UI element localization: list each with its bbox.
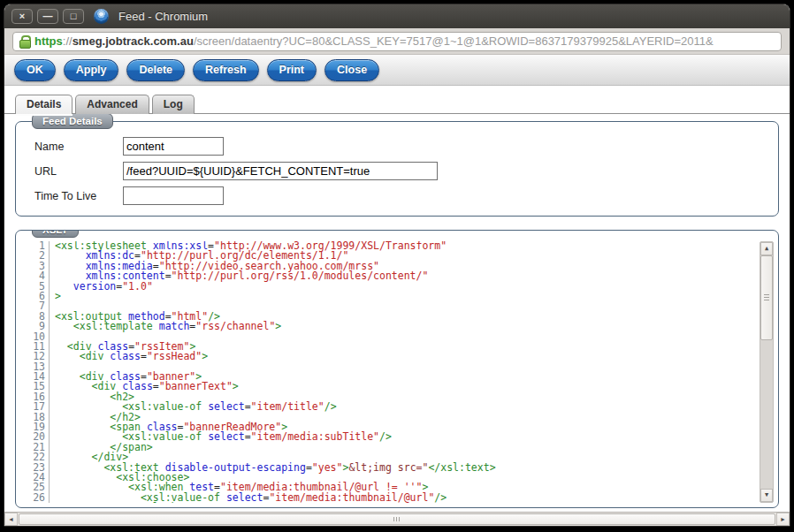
- details-panel: Feed Details Name URL Time To Live XSLT …: [4, 113, 790, 512]
- ttl-input[interactable]: [123, 186, 224, 205]
- minimize-icon[interactable]: —: [37, 9, 58, 24]
- page-horizontal-scrollbar[interactable]: ◄ ►: [4, 512, 790, 526]
- lock-icon: [19, 35, 29, 47]
- refresh-button[interactable]: Refresh: [193, 59, 259, 81]
- feed-details-fields: Name URL Time To Live: [34, 137, 764, 205]
- feed-details-legend: Feed Details: [32, 113, 113, 129]
- xslt-fieldset: XSLT 12345678910111213141516171819202122…: [15, 230, 779, 508]
- scroll-up-icon[interactable]: ▲: [760, 242, 773, 255]
- apply-button[interactable]: Apply: [64, 59, 119, 81]
- name-label: Name: [34, 141, 123, 153]
- editor-scroll-track[interactable]: [760, 255, 773, 489]
- ok-button[interactable]: OK: [14, 59, 56, 81]
- print-button[interactable]: Print: [267, 59, 317, 81]
- url-input[interactable]: [123, 162, 438, 180]
- url-host: smeg.jobtrack.com.au: [73, 34, 194, 48]
- tab-log[interactable]: Log: [152, 95, 195, 114]
- tab-advanced[interactable]: Advanced: [75, 95, 149, 114]
- code-line: <xsl:value-of select="item/media:subTitl…: [55, 432, 758, 442]
- xslt-editor[interactable]: 1234567891011121314151617181920212223242…: [23, 241, 774, 503]
- window-title: Feed - Chromium: [118, 10, 208, 23]
- code-line: </span>: [55, 443, 758, 452]
- code-line: xmlns:content="http://purl.org/rss/1.0/m…: [55, 271, 758, 281]
- browser-window: × — □ Feed - Chromium https :// smeg.job…: [4, 4, 790, 527]
- code-line: <xsl:value-of select="item/title"/>: [55, 402, 758, 412]
- feed-details-fieldset: Feed Details Name URL Time To Live: [15, 121, 779, 217]
- scroll-right-icon[interactable]: ►: [776, 513, 790, 526]
- maximize-icon[interactable]: □: [63, 9, 84, 24]
- url-label: URL: [34, 165, 123, 178]
- page-scroll-thumb[interactable]: [19, 513, 775, 525]
- scroll-left-icon[interactable]: ◄: [4, 513, 18, 526]
- url-scheme: https: [34, 34, 63, 48]
- code-line: version="1.0": [55, 282, 758, 292]
- url-separator: ://: [63, 34, 73, 48]
- window-titlebar: × — □ Feed - Chromium: [4, 4, 790, 28]
- xslt-legend: XSLT: [32, 230, 79, 238]
- delete-button[interactable]: Delete: [126, 59, 185, 81]
- editor-scroll-thumb[interactable]: [760, 255, 773, 340]
- close-button[interactable]: Close: [324, 59, 379, 81]
- xslt-code[interactable]: <xsl:stylesheet xmlns:xsl="http://www.w3…: [55, 241, 758, 503]
- code-line: <div class="rssHead">: [55, 352, 758, 361]
- url-path: /screen/dataentry?UC=80&CLASS_KEY=7517@1…: [194, 34, 714, 48]
- code-line: <xsl:template match="rss/channel">: [55, 322, 758, 331]
- page-content: DetailsAdvancedLog Feed Details Name URL…: [4, 86, 790, 512]
- tab-details[interactable]: Details: [15, 95, 73, 114]
- code-line: >: [55, 292, 758, 301]
- url-field[interactable]: https :// smeg.jobtrack.com.au /screen/d…: [12, 32, 782, 51]
- address-bar: https :// smeg.jobtrack.com.au /screen/d…: [4, 28, 790, 55]
- xslt-gutter: 1234567891011121314151617181920212223242…: [23, 241, 50, 503]
- name-input[interactable]: [123, 137, 224, 156]
- action-toolbar: OKApplyDeleteRefreshPrintClose: [4, 55, 790, 86]
- chromium-icon: [94, 9, 109, 24]
- tab-bar: DetailsAdvancedLog: [4, 86, 790, 113]
- close-icon[interactable]: ×: [11, 9, 33, 24]
- editor-vertical-scrollbar[interactable]: ▲ ▼: [760, 241, 774, 503]
- scroll-down-icon[interactable]: ▼: [760, 489, 773, 502]
- ttl-label: Time To Live: [34, 190, 123, 202]
- code-line: <div class="bannerText">: [55, 382, 758, 391]
